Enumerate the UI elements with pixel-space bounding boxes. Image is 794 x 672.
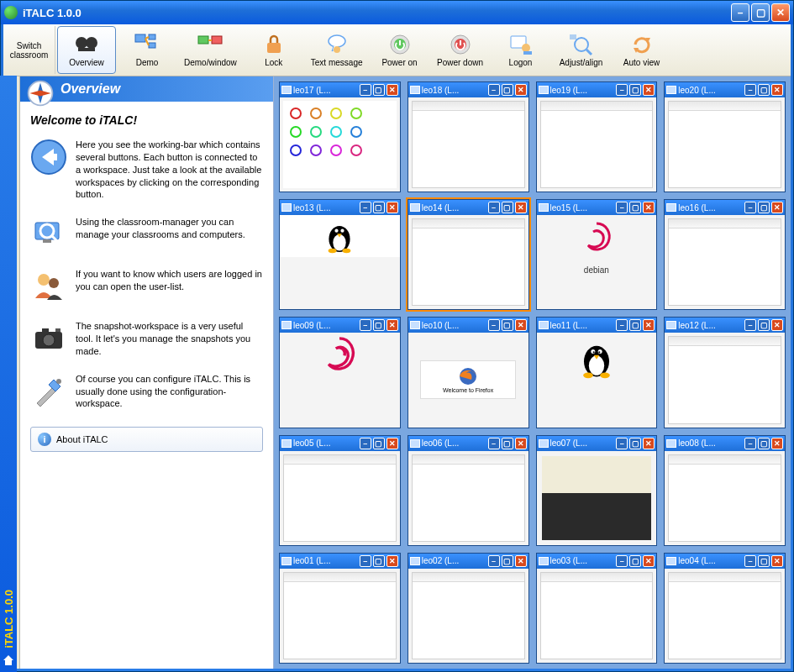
client-minimize-button[interactable]: – <box>616 202 628 213</box>
client-close-button[interactable]: ✕ <box>386 202 398 213</box>
toolbar-power-on-button[interactable]: Power on <box>371 26 429 74</box>
client-close-button[interactable]: ✕ <box>515 202 527 213</box>
client-titlebar[interactable]: leo19 (L...–▢✕ <box>537 82 657 97</box>
toolbar-power-down-button[interactable]: Power down <box>431 26 490 74</box>
client-thumbnail[interactable]: leo01 (L...–▢✕ <box>279 553 401 664</box>
client-maximize-button[interactable]: ▢ <box>629 84 641 96</box>
client-thumbnail[interactable]: leo20 (L...–▢✕ <box>664 81 786 192</box>
switch-classroom-button[interactable]: Switch classroom <box>7 26 55 74</box>
client-close-button[interactable]: ✕ <box>386 438 398 449</box>
client-titlebar[interactable]: leo08 (L...–▢✕ <box>665 436 785 451</box>
client-minimize-button[interactable]: – <box>744 319 756 331</box>
client-thumbnail[interactable]: leo02 (L...–▢✕ <box>408 553 529 664</box>
client-close-button[interactable]: ✕ <box>515 319 527 331</box>
client-thumbnail[interactable]: leo10 (L...–▢✕Welcome to Firefox <box>408 317 529 428</box>
client-thumbnail[interactable]: leo04 (L...–▢✕ <box>664 553 786 664</box>
client-titlebar[interactable]: leo13 (L...–▢✕ <box>280 200 400 215</box>
client-minimize-button[interactable]: – <box>360 84 371 96</box>
client-titlebar[interactable]: leo09 (L...–▢✕ <box>280 318 400 333</box>
client-maximize-button[interactable]: ▢ <box>502 555 513 567</box>
client-titlebar[interactable]: leo18 (L...–▢✕ <box>408 82 528 97</box>
client-maximize-button[interactable]: ▢ <box>502 202 513 213</box>
client-minimize-button[interactable]: – <box>360 202 371 213</box>
client-thumbnail[interactable]: leo15 (L...–▢✕debian <box>536 199 658 310</box>
client-titlebar[interactable]: leo20 (L...–▢✕ <box>665 82 785 97</box>
client-maximize-button[interactable]: ▢ <box>373 438 385 449</box>
client-thumbnail[interactable]: leo07 (L...–▢✕ <box>536 435 658 546</box>
client-minimize-button[interactable]: – <box>616 84 628 96</box>
close-button[interactable]: ✕ <box>771 3 790 22</box>
toolbar-lock-button[interactable]: Lock <box>245 26 303 74</box>
toolbar-auto-view-button[interactable]: Auto view <box>613 26 671 74</box>
client-maximize-button[interactable]: ▢ <box>373 202 385 213</box>
client-minimize-button[interactable]: – <box>488 555 500 567</box>
client-close-button[interactable]: ✕ <box>771 438 783 449</box>
client-minimize-button[interactable]: – <box>744 555 756 567</box>
toolbar-adjust-button[interactable]: Adjust/align <box>552 26 611 74</box>
maximize-button[interactable]: ▢ <box>751 3 770 22</box>
minimize-button[interactable]: – <box>731 3 749 22</box>
client-maximize-button[interactable]: ▢ <box>373 319 385 331</box>
client-titlebar[interactable]: leo03 (L...–▢✕ <box>537 554 657 569</box>
client-minimize-button[interactable]: – <box>616 555 628 567</box>
client-close-button[interactable]: ✕ <box>386 84 398 96</box>
client-titlebar[interactable]: leo06 (L...–▢✕ <box>408 436 528 451</box>
client-maximize-button[interactable]: ▢ <box>502 438 513 449</box>
client-close-button[interactable]: ✕ <box>643 319 655 331</box>
client-titlebar[interactable]: leo15 (L...–▢✕ <box>537 200 657 215</box>
client-titlebar[interactable]: leo11 (L...–▢✕ <box>537 318 657 333</box>
client-maximize-button[interactable]: ▢ <box>629 202 641 213</box>
client-minimize-button[interactable]: – <box>360 555 371 567</box>
client-minimize-button[interactable]: – <box>488 319 500 331</box>
client-minimize-button[interactable]: – <box>744 438 756 449</box>
client-close-button[interactable]: ✕ <box>771 84 783 96</box>
about-italc-button[interactable]: i About iTALC <box>30 427 263 452</box>
titlebar[interactable]: iTALC 1.0.0 – ▢ ✕ <box>1 1 793 24</box>
client-minimize-button[interactable]: – <box>744 84 756 96</box>
client-close-button[interactable]: ✕ <box>771 202 783 213</box>
client-thumbnail[interactable]: leo16 (L...–▢✕ <box>664 199 786 310</box>
client-titlebar[interactable]: leo01 (L...–▢✕ <box>280 554 400 569</box>
client-thumbnail[interactable]: leo06 (L...–▢✕ <box>408 435 529 546</box>
client-thumbnail[interactable]: leo14 (L...–▢✕ <box>408 199 529 310</box>
client-maximize-button[interactable]: ▢ <box>373 555 385 567</box>
client-maximize-button[interactable]: ▢ <box>373 84 385 96</box>
home-icon[interactable] <box>2 654 15 667</box>
client-minimize-button[interactable]: – <box>616 438 628 449</box>
client-minimize-button[interactable]: – <box>744 202 756 213</box>
client-thumbnail[interactable]: leo18 (L...–▢✕ <box>408 81 529 192</box>
client-maximize-button[interactable]: ▢ <box>629 438 641 449</box>
client-maximize-button[interactable]: ▢ <box>629 319 641 331</box>
client-thumbnail[interactable]: leo13 (L...–▢✕ <box>279 199 401 310</box>
client-thumbnail[interactable]: leo09 (L...–▢✕ <box>279 317 401 428</box>
toolbar-text-message-button[interactable]: Text message <box>305 26 369 74</box>
client-close-button[interactable]: ✕ <box>643 84 655 96</box>
client-minimize-button[interactable]: – <box>616 319 628 331</box>
client-thumbnail[interactable]: leo08 (L...–▢✕ <box>664 435 786 546</box>
toolbar-logon-button[interactable]: Logon <box>492 26 550 74</box>
toolbar-overview-button[interactable]: Overview <box>57 26 116 74</box>
client-maximize-button[interactable]: ▢ <box>629 555 641 567</box>
client-titlebar[interactable]: leo17 (L...–▢✕ <box>280 82 400 97</box>
client-minimize-button[interactable]: – <box>488 438 500 449</box>
client-maximize-button[interactable]: ▢ <box>502 84 513 96</box>
client-minimize-button[interactable]: – <box>360 319 371 331</box>
client-titlebar[interactable]: leo05 (L...–▢✕ <box>280 436 400 451</box>
client-thumbnail[interactable]: leo05 (L...–▢✕ <box>279 435 401 546</box>
client-titlebar[interactable]: leo12 (L...–▢✕ <box>665 318 785 333</box>
client-close-button[interactable]: ✕ <box>771 319 783 331</box>
client-minimize-button[interactable]: – <box>488 84 500 96</box>
client-thumbnail[interactable]: leo12 (L...–▢✕ <box>664 317 786 428</box>
client-maximize-button[interactable]: ▢ <box>758 555 770 567</box>
client-titlebar[interactable]: leo02 (L...–▢✕ <box>408 554 528 569</box>
client-maximize-button[interactable]: ▢ <box>758 202 770 213</box>
client-close-button[interactable]: ✕ <box>771 555 783 567</box>
client-titlebar[interactable]: leo07 (L...–▢✕ <box>537 436 657 451</box>
client-close-button[interactable]: ✕ <box>643 202 655 213</box>
client-close-button[interactable]: ✕ <box>515 438 527 449</box>
client-close-button[interactable]: ✕ <box>643 555 655 567</box>
client-minimize-button[interactable]: – <box>488 202 500 213</box>
toolbar-demo-window-button[interactable]: Demo/window <box>178 26 243 74</box>
client-close-button[interactable]: ✕ <box>643 438 655 449</box>
client-titlebar[interactable]: leo14 (L...–▢✕ <box>408 200 528 215</box>
